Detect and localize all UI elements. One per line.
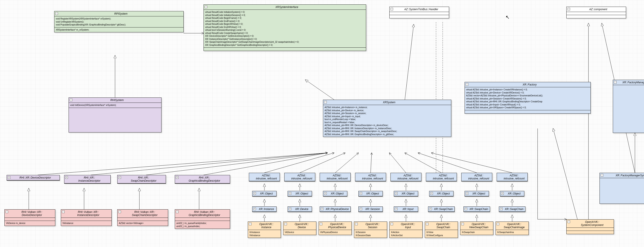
class-xrdevice[interactable]: +XR::Device <box>288 206 312 212</box>
class-devdesc[interactable]: +RHI::XR::DeviceDescriptor <box>7 175 60 180</box>
class-xrobject[interactable]: +XR::Object <box>429 191 454 196</box>
class-xrswapchain[interactable]: +XR::SwapChain <box>499 206 526 212</box>
class-openxrvk-swapchain[interactable]: −OpenXrVK:: SwapChain XrView XrViewConfi… <box>425 221 458 238</box>
collapse-icon[interactable]: − <box>568 220 570 223</box>
class-xrinstance[interactable]: +XR::Instance <box>252 206 276 212</box>
class-vkdevdesc[interactable]: −RHI::Vulkan::XR:: DeviceDescriptor VkDe… <box>4 209 55 226</box>
class-title: RPISystem <box>114 12 128 15</box>
expand-icon[interactable]: + <box>500 207 503 210</box>
class-vkgbdesc[interactable]: −RHI::Vulkan::XR:: GraphicsBindingDescri… <box>175 209 230 229</box>
class-gbdesc[interactable]: +RHI::XR:: GraphicsBindingDescriptor <box>175 175 230 184</box>
class-vkscdesc[interactable]: −RHI::Vulkan::XR:: SwapChainDescriptor A… <box>117 209 168 226</box>
class-title: RHI::Vulkan::XR:: InstanceDescriptor <box>77 210 99 217</box>
class-refcount[interactable]: AZStd:: intrusive_refcount <box>249 173 280 181</box>
svg-line-12 <box>264 153 334 173</box>
collapse-icon[interactable]: − <box>497 223 499 225</box>
collapse-icon[interactable]: − <box>6 210 8 213</box>
class-xrsysteminterface[interactable]: −XRSystemInterface virtual ResultCode In… <box>204 5 366 51</box>
class-openxrvk-session[interactable]: −OpenXrVK:: Session XrSession XrSessionS… <box>354 221 387 238</box>
class-xrsystem[interactable]: −XRSystem AZStd::intrusive_ptr<Instance>… <box>323 100 451 137</box>
class-xrobject[interactable]: +XR::Object <box>464 191 489 196</box>
class-vkinstdesc[interactable]: −RHI::Vulkan::XR:: InstanceDescriptor Vk… <box>61 209 112 226</box>
class-tickbus[interactable]: −AZ::SystemTickBus::Handler <box>389 7 449 18</box>
expand-icon[interactable]: + <box>8 176 10 179</box>
class-xrswapchain[interactable]: +XR::SwapChain <box>464 206 490 212</box>
expand-icon[interactable]: + <box>65 176 68 179</box>
collapse-icon[interactable]: − <box>390 8 393 11</box>
class-openxrvk-systemcomponent[interactable]: −OpenXrVK:: SystemComponent <box>566 219 614 234</box>
class-xrfactorymgrsyscomp[interactable]: −XR::FactoryManagerSystemComponent <box>600 173 644 204</box>
expand-icon[interactable]: + <box>253 207 256 210</box>
class-title: RHI::Vulkan::XR:: SwapChainDescriptor <box>132 210 158 217</box>
collapse-icon[interactable]: − <box>70 99 72 101</box>
expand-icon[interactable]: + <box>464 207 467 210</box>
class-refcount[interactable]: AZStd:: intrusive_refcount <box>461 173 492 181</box>
class-xrobject[interactable]: +XR::Object <box>252 191 276 196</box>
class-scdesc[interactable]: +RHI::XR:: SwapChainDescriptor <box>117 175 166 184</box>
class-openxrvk-device[interactable]: −OpenXrVK:: Device VkDevice <box>283 221 316 235</box>
class-xrinput[interactable]: +XR::Input <box>394 206 418 212</box>
expand-icon[interactable]: + <box>321 207 324 210</box>
expand-icon[interactable]: + <box>501 192 504 195</box>
expand-icon[interactable]: + <box>395 192 398 195</box>
expand-icon[interactable]: + <box>253 192 256 195</box>
collapse-icon[interactable]: − <box>461 223 464 225</box>
collapse-icon[interactable]: − <box>320 223 322 225</box>
expand-icon[interactable]: + <box>176 176 178 179</box>
class-openxrvk-physicaldevice[interactable]: −OpenXrVK:: PhysicalDevice VkPhysicalDev… <box>318 221 352 235</box>
collapse-icon[interactable]: − <box>355 223 358 225</box>
class-rpisystem[interactable]: −RPISystem void RegisterXRSystem(XRSyste… <box>54 11 184 32</box>
class-refcount[interactable]: AZStd:: intrusive_refcount <box>497 173 528 181</box>
class-refcount[interactable]: AZStd:: intrusive_refcount <box>355 173 386 181</box>
class-xrobject[interactable]: +XR::Object <box>500 191 524 196</box>
collapse-icon[interactable]: − <box>118 210 121 213</box>
expand-icon[interactable]: + <box>395 207 398 210</box>
class-xrfactorymanagerbus[interactable]: −XR::FactoryManagerBus <box>613 80 644 133</box>
class-xrphysicaldevice[interactable]: +XR::PhysicalDevice <box>320 206 351 212</box>
class-refcount[interactable]: AZStd:: intrusive_refcount <box>426 173 457 181</box>
class-refcount[interactable]: AZStd:: intrusive_refcount <box>390 173 422 181</box>
class-refcount[interactable]: AZStd:: intrusive_refcount <box>320 173 351 181</box>
collapse-icon[interactable]: − <box>55 12 58 15</box>
class-azcomponent[interactable]: −AZ::component <box>566 7 626 18</box>
collapse-icon[interactable]: − <box>284 223 287 225</box>
class-refcount[interactable]: AZStd:: intrusive_refcount <box>284 173 315 181</box>
class-xrfactory[interactable]: −XR::Factory virtual AZStd::intrusive_pt… <box>464 82 591 114</box>
class-openxrvk-viewswapchain[interactable]: −OpenXrVK:: ViewSwapChain XrSwapchain <box>460 221 493 235</box>
collapse-icon[interactable]: − <box>390 223 393 225</box>
collapse-icon[interactable]: − <box>614 81 616 84</box>
expand-icon[interactable]: + <box>118 176 121 179</box>
class-xrobject[interactable]: +XR::Object <box>323 191 347 196</box>
collapse-icon[interactable]: − <box>426 223 428 225</box>
class-xrobject[interactable]: +XR::Object <box>394 191 418 196</box>
expand-icon[interactable]: + <box>360 192 362 195</box>
class-rhisystem[interactable]: −RHISystem void InitDevice(XRSystemInter… <box>68 97 162 132</box>
expand-icon[interactable]: + <box>324 192 327 195</box>
collapse-icon[interactable]: − <box>176 210 178 213</box>
expand-icon[interactable]: + <box>289 207 291 210</box>
expand-icon[interactable]: + <box>466 192 468 195</box>
collapse-icon[interactable]: − <box>568 8 570 11</box>
class-title: XR::FactoryManagerBus <box>622 81 644 84</box>
class-xrswapchain[interactable]: +XR::SwapChain <box>428 206 455 212</box>
collapse-icon[interactable]: − <box>249 223 252 225</box>
collapse-icon[interactable]: − <box>466 83 468 86</box>
collapse-icon[interactable]: − <box>601 174 603 177</box>
collapse-icon[interactable]: − <box>62 210 64 213</box>
expand-icon[interactable]: + <box>430 192 433 195</box>
operations: void RegisterXRSystem(XRSystemInterface*… <box>54 17 184 28</box>
class-xrsession[interactable]: +XR::Session <box>358 206 383 212</box>
expand-icon[interactable]: + <box>360 207 362 210</box>
class-xrobject[interactable]: +XR::Object <box>288 191 312 196</box>
class-openxrvk-instance[interactable]: −OpenXrVK:: Instance XrInstance VkInstan… <box>248 221 281 238</box>
class-openxrvk-swapchainimage[interactable]: −OpenXrVK:: SwapChainImage XrSwapchainIm… <box>496 221 529 235</box>
class-xrobject[interactable]: +XR::Object <box>358 191 383 196</box>
svg-line-19 <box>432 153 512 173</box>
class-instdesc[interactable]: +RHI::XR:: InstanceDescriptor <box>64 175 110 184</box>
collapse-icon[interactable]: − <box>205 6 207 8</box>
collapse-icon[interactable]: − <box>324 101 327 103</box>
class-openxrvk-input[interactable]: −OpenXrVK:: Input XrAction XrActionSet <box>389 221 422 238</box>
expand-icon[interactable]: + <box>429 207 432 210</box>
class-title: RHI::Vulkan::XR:: GraphicsBindingDescrip… <box>189 210 220 217</box>
expand-icon[interactable]: + <box>289 192 291 195</box>
